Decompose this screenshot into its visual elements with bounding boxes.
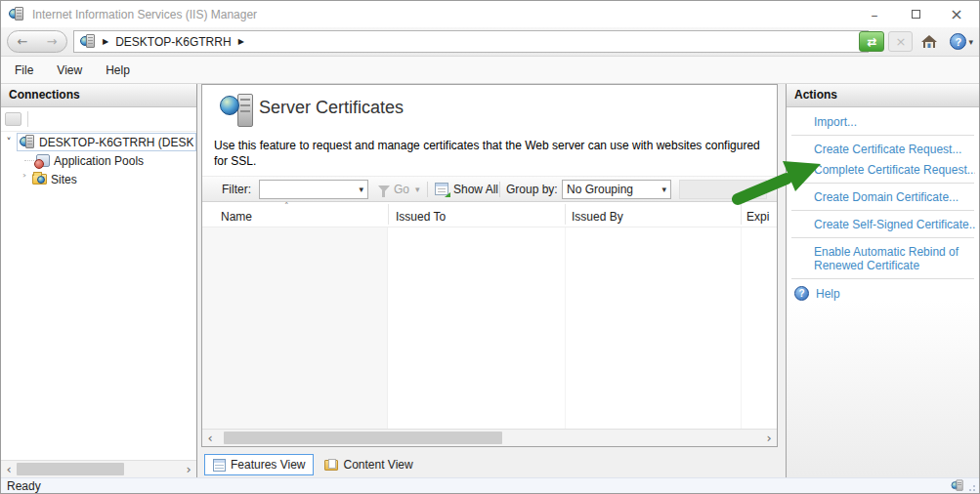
tree-item-label: Application Pools — [54, 154, 144, 168]
sites-folder-icon — [32, 174, 47, 185]
connections-horizontal-scrollbar[interactable]: ‹ › — [1, 460, 196, 477]
column-issued-to[interactable]: Issued To — [396, 210, 446, 224]
tab-content-view[interactable]: Content View — [316, 454, 421, 475]
list-horizontal-scrollbar[interactable]: ‹ › — [202, 429, 777, 446]
address-actions: ⇄ × ? ▾ — [859, 31, 973, 52]
chevron-down-icon[interactable]: ▾ — [359, 185, 363, 194]
content-view-icon — [324, 460, 338, 471]
save-connection-icon — [5, 112, 21, 126]
menu-help[interactable]: Help — [96, 60, 140, 81]
stop-button[interactable]: × — [888, 31, 913, 52]
page-title: Server Certificates — [259, 98, 404, 118]
breadcrumb-arrow-icon[interactable]: ▶ — [238, 37, 244, 46]
chevron-down-icon[interactable]: ˅ — [1, 137, 17, 147]
go-button[interactable]: Go — [394, 177, 409, 201]
server-certificates-icon — [220, 94, 257, 129]
scroll-right-icon[interactable]: › — [181, 461, 196, 477]
minimize-button[interactable]: – — [854, 1, 895, 27]
close-button[interactable]: × — [936, 1, 977, 27]
sort-ascending-icon: ˄ — [284, 201, 289, 211]
certificates-list[interactable] — [202, 227, 777, 429]
chevron-down-icon[interactable]: ▾ — [661, 185, 666, 194]
action-create-domain-certificate[interactable]: Create Domain Certificate... — [814, 190, 975, 204]
connections-header: Connections — [1, 84, 196, 107]
tree-item-label: Sites — [51, 173, 77, 186]
view-tabs: Features View Content View — [201, 451, 778, 478]
resize-grip[interactable] — [968, 482, 978, 492]
column-divider[interactable] — [565, 204, 566, 225]
column-divider — [741, 227, 742, 429]
help-icon: ? — [794, 286, 809, 301]
forward-button[interactable]: → — [47, 35, 58, 48]
toolbar-divider — [27, 111, 28, 127]
scroll-left-icon[interactable]: ‹ — [1, 461, 17, 477]
breadcrumb-arrow-icon[interactable]: ▶ — [103, 37, 108, 46]
iis-manager-window: Internet Information Services (IIS) Mana… — [0, 0, 980, 494]
chevron-down-icon: ▾ — [968, 37, 973, 47]
status-text: Ready — [7, 479, 41, 493]
group-by-select[interactable]: No Grouping ▾ — [562, 180, 671, 199]
address-bar-row: ← → ▶ DESKTOP-K6GTRRH ▶ ⇄ × ? ▾ — [1, 27, 979, 57]
filter-input[interactable]: ▾ — [259, 180, 368, 199]
action-complete-certificate-request[interactable]: Complete Certificate Request... — [814, 163, 975, 177]
toolbar-spacer — [679, 180, 767, 199]
refresh-button[interactable]: ⇄ — [859, 31, 884, 52]
tab-label: Features View — [231, 458, 305, 472]
action-create-self-signed-certificate[interactable]: Create Self-Signed Certificate... — [814, 218, 975, 231]
table-header-row: Name ˄ Issued To Issued By Expi — [202, 202, 777, 227]
menu-view[interactable]: View — [47, 60, 92, 81]
address-bar[interactable]: ▶ DESKTOP-K6GTRRH ▶ — [73, 30, 869, 53]
action-enable-automatic-rebind[interactable]: Enable Automatic Rebind of Renewed Certi… — [814, 245, 968, 272]
show-all-icon — [435, 177, 448, 201]
tree-item-application-pools[interactable]: Application Pools — [1, 151, 196, 170]
connections-tree: ˅ DESKTOP-K6GTRRH (DESKTO Application Po… — [1, 133, 196, 460]
action-import[interactable]: Import... — [814, 115, 975, 129]
scroll-left-icon[interactable]: ‹ — [202, 430, 218, 446]
show-all-button[interactable]: Show All — [453, 177, 498, 201]
actions-list: Import... Create Certificate Request... … — [787, 107, 979, 301]
scroll-right-icon[interactable]: › — [761, 430, 777, 446]
menu-file[interactable]: File — [5, 60, 43, 81]
tree-selected-item[interactable]: DESKTOP-K6GTRRH (DESKTO — [17, 133, 196, 151]
column-name[interactable]: Name — [221, 210, 252, 224]
feature-view: Server Certificates Use this feature to … — [201, 84, 778, 447]
scrollbar-thumb[interactable] — [224, 432, 502, 444]
home-button[interactable] — [916, 31, 942, 52]
column-divider[interactable] — [388, 204, 389, 225]
filter-label: Filter: — [222, 177, 251, 201]
scrollbar-thumb[interactable] — [17, 463, 124, 475]
tree-item-sites[interactable]: ˃ Sites — [1, 170, 196, 188]
column-expiration[interactable]: Expi — [746, 210, 769, 224]
breadcrumb-server[interactable]: DESKTOP-K6GTRRH — [115, 35, 231, 49]
maximize-button[interactable] — [895, 1, 936, 27]
action-create-certificate-request[interactable]: Create Certificate Request... — [814, 143, 975, 156]
home-icon — [921, 35, 937, 49]
column-divider — [565, 227, 566, 429]
maximize-icon — [912, 10, 920, 19]
server-icon — [20, 135, 35, 149]
status-bar: Ready — [1, 477, 979, 493]
tab-features-view[interactable]: Features View — [204, 454, 314, 475]
tree-item-server[interactable]: ˅ DESKTOP-K6GTRRH (DESKTO — [1, 133, 196, 151]
group-by-value: No Grouping — [567, 183, 633, 196]
window-controls: – × — [854, 1, 977, 27]
chevron-right-icon[interactable]: ˃ — [17, 174, 32, 185]
navigation-buttons: ← → — [7, 30, 67, 53]
go-dropdown-icon[interactable]: ▾ — [415, 177, 420, 201]
action-help[interactable]: ? Help — [794, 286, 979, 301]
body-area: Connections ˅ DESKTOP-K6GTRRH (DESKTO Ap… — [1, 84, 979, 477]
back-button[interactable]: ← — [18, 35, 28, 48]
help-menu-button[interactable]: ? ▾ — [950, 33, 973, 50]
feature-description: Use this feature to request and manage c… — [214, 138, 763, 169]
actions-separator — [791, 135, 974, 136]
column-issued-by[interactable]: Issued By — [572, 210, 623, 224]
menu-bar: File View Help — [1, 57, 979, 84]
features-view-icon — [213, 459, 226, 472]
sorted-column-shade — [202, 227, 388, 429]
actions-separator — [791, 237, 974, 238]
toolbar-divider — [427, 182, 428, 197]
column-divider[interactable] — [741, 204, 742, 225]
app-icon — [9, 7, 24, 21]
titlebar: Internet Information Services (IIS) Mana… — [1, 1, 979, 27]
window-title: Internet Information Services (IIS) Mana… — [32, 8, 257, 21]
